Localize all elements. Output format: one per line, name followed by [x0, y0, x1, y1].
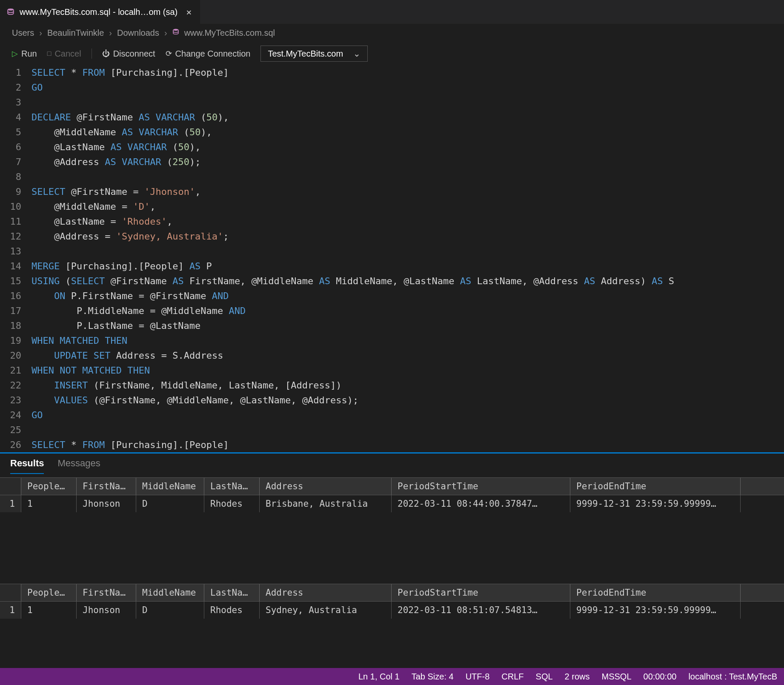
line-number: 26	[5, 437, 21, 452]
row-number-header[interactable]	[0, 478, 21, 495]
code-line[interactable]: P.MiddleName = @MiddleName AND	[31, 303, 784, 318]
column-header[interactable]: MiddleName	[136, 584, 204, 601]
breadcrumb-item[interactable]: www.MyTecBits.com.sql	[184, 28, 275, 38]
chevron-right-icon: ›	[109, 28, 112, 38]
code-line[interactable]: WHEN MATCHED THEN	[31, 333, 784, 348]
editor-tab[interactable]: www.MyTecBits.com.sql - localh…om (sa) ×	[0, 0, 200, 24]
column-header[interactable]: PeriodEndTime	[570, 478, 741, 495]
cancel-button[interactable]: □ Cancel	[47, 49, 81, 59]
table-cell[interactable]: 1	[21, 495, 77, 512]
code-line[interactable]: VALUES (@FirstName, @MiddleName, @LastNa…	[31, 393, 784, 408]
close-icon[interactable]: ×	[186, 7, 192, 17]
status-ln-col[interactable]: Ln 1, Col 1	[358, 672, 400, 682]
code-line[interactable]: @Address = 'Sydney, Australia';	[31, 229, 784, 244]
chevron-down-icon: ⌄	[353, 49, 361, 59]
line-number: 15	[5, 274, 21, 288]
table-cell[interactable]: 2022-03-11 08:51:07.54813…	[392, 602, 570, 619]
grid-header: PeopleIDFirstNameMiddleNameLastNameAddre…	[0, 477, 784, 495]
disconnect-button[interactable]: ⏻ Disconnect	[102, 49, 155, 59]
code-line[interactable]: GO	[31, 408, 784, 422]
column-header[interactable]: MiddleName	[136, 478, 204, 495]
code-editor[interactable]: 1234567891011121314151617181920212223242…	[0, 65, 784, 452]
run-label: Run	[21, 49, 37, 59]
row-number: 1	[0, 495, 21, 512]
column-header[interactable]: PeopleID	[21, 478, 77, 495]
code-line[interactable]: @LastName AS VARCHAR (50),	[31, 140, 784, 154]
table-cell[interactable]: Rhodes	[204, 602, 260, 619]
code-line[interactable]: WHEN NOT MATCHED THEN	[31, 363, 784, 378]
column-header[interactable]: LastName	[204, 584, 260, 601]
table-cell[interactable]: Rhodes	[204, 495, 260, 512]
table-cell[interactable]: 9999-12-31 23:59:59.99999…	[570, 602, 741, 619]
code-line[interactable]: @LastName = 'Rhodes',	[31, 214, 784, 229]
breadcrumb-item[interactable]: BeaulinTwinkle	[47, 28, 104, 38]
status-tab-size[interactable]: Tab Size: 4	[412, 672, 454, 682]
column-header[interactable]: PeriodStartTime	[392, 584, 570, 601]
table-cell[interactable]: Jhonson	[77, 602, 136, 619]
run-button[interactable]: ▷ Run	[12, 49, 37, 59]
line-number: 12	[5, 229, 21, 244]
column-header[interactable]: PeriodEndTime	[570, 584, 741, 601]
row-number-header[interactable]	[0, 584, 21, 601]
breadcrumb-item[interactable]: Users	[12, 28, 34, 38]
code-line[interactable]: SELECT * FROM [Purchasing].[People]	[31, 437, 784, 452]
table-cell[interactable]: 9999-12-31 23:59:59.99999…	[570, 495, 741, 512]
code-line[interactable]: DECLARE @FirstName AS VARCHAR (50),	[31, 110, 784, 125]
code-line[interactable]: @MiddleName AS VARCHAR (50),	[31, 125, 784, 140]
column-header[interactable]: Address	[260, 584, 392, 601]
tab-results[interactable]: Results	[10, 458, 44, 474]
table-cell[interactable]: 1	[21, 602, 77, 619]
line-number: 9	[5, 184, 21, 199]
line-number: 2	[5, 80, 21, 95]
status-encoding[interactable]: UTF-8	[466, 672, 490, 682]
status-time[interactable]: 00:00:00	[644, 672, 677, 682]
breadcrumb-item[interactable]: Downloads	[117, 28, 159, 38]
status-connection[interactable]: localhost : Test.MyTecB	[688, 672, 777, 682]
code-line[interactable]	[31, 422, 784, 437]
change-connection-button[interactable]: ⟳ Change Connection	[166, 49, 251, 59]
status-rows[interactable]: 2 rows	[565, 672, 590, 682]
code-line[interactable]: MERGE [Purchasing].[People] AS P	[31, 259, 784, 274]
column-header[interactable]: Address	[260, 478, 392, 495]
table-cell[interactable]: Brisbane, Australia	[260, 495, 392, 512]
table-row[interactable]: 11JhonsonDRhodesBrisbane, Australia2022-…	[0, 495, 784, 512]
column-header[interactable]: FirstName	[77, 478, 136, 495]
table-cell[interactable]: Jhonson	[77, 495, 136, 512]
code-line[interactable]: INSERT (FirstName, MiddleName, LastName,…	[31, 378, 784, 393]
tab-title: www.MyTecBits.com.sql - localh…om (sa)	[20, 7, 177, 17]
code-line[interactable]: GO	[31, 80, 784, 95]
code-line[interactable]: P.LastName = @LastName	[31, 318, 784, 333]
code-line[interactable]	[31, 95, 784, 110]
table-row[interactable]: 11JhonsonDRhodesSydney, Australia2022-03…	[0, 602, 784, 619]
table-cell[interactable]: 2022-03-11 08:44:00.37847…	[392, 495, 570, 512]
line-number: 10	[5, 199, 21, 214]
code-content[interactable]: SELECT * FROM [Purchasing].[People]GODEC…	[31, 65, 784, 452]
database-icon	[172, 29, 179, 37]
code-line[interactable]: USING (SELECT @FirstName AS FirstName, @…	[31, 274, 784, 288]
line-number-gutter: 1234567891011121314151617181920212223242…	[0, 65, 31, 452]
status-lang[interactable]: SQL	[536, 672, 553, 682]
svg-point-1	[173, 29, 178, 31]
line-number: 18	[5, 318, 21, 333]
column-header[interactable]: PeriodStartTime	[392, 478, 570, 495]
table-cell[interactable]: D	[136, 602, 204, 619]
table-cell[interactable]: D	[136, 495, 204, 512]
table-cell[interactable]: Sydney, Australia	[260, 602, 392, 619]
tab-messages[interactable]: Messages	[57, 458, 100, 474]
status-server[interactable]: MSSQL	[602, 672, 632, 682]
column-header[interactable]: PeopleID	[21, 584, 77, 601]
code-line[interactable]: UPDATE SET Address = S.Address	[31, 348, 784, 363]
status-eol[interactable]: CRLF	[501, 672, 524, 682]
code-line[interactable]	[31, 244, 784, 259]
code-line[interactable]: SELECT * FROM [Purchasing].[People]	[31, 65, 784, 80]
line-number: 16	[5, 288, 21, 303]
code-line[interactable]: @Address AS VARCHAR (250);	[31, 154, 784, 169]
column-header[interactable]: LastName	[204, 478, 260, 495]
code-line[interactable]: @MiddleName = 'D',	[31, 199, 784, 214]
result-grid: PeopleIDFirstNameMiddleNameLastNameAddre…	[0, 477, 784, 512]
column-header[interactable]: FirstName	[77, 584, 136, 601]
code-line[interactable]: SELECT @FirstName = 'Jhonson',	[31, 184, 784, 199]
database-select[interactable]: Test.MyTecBits.com ⌄	[260, 46, 368, 62]
code-line[interactable]: ON P.FirstName = @FirstName AND	[31, 288, 784, 303]
code-line[interactable]	[31, 169, 784, 184]
